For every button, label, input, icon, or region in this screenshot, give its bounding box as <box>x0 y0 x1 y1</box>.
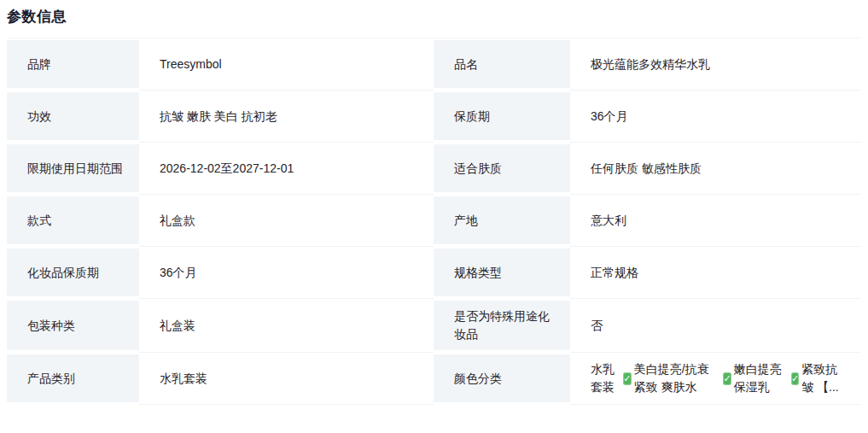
param-value: 任何肤质 敏感性肤质 <box>570 143 861 195</box>
param-value: 抗皱 嫩肤 美白 抗初老 <box>139 91 434 143</box>
param-label: 产地 <box>434 195 570 247</box>
table-row: 化妆品保质期 36个月 规格类型 正常规格 <box>7 247 861 299</box>
param-value: 水乳套装 ✓美白提亮/抗衰紧致 爽肤水 ✓嫩白提亮 保湿乳✓紧致抗皱 【... <box>570 353 861 405</box>
green-check-icon: ✓ <box>791 372 799 385</box>
param-value: 极光蕴能多效精华水乳 <box>570 38 861 91</box>
param-label: 颜色分类 <box>434 353 570 405</box>
product-parameters-section: 参数信息 品牌 Treesymbol 品名 极光蕴能多效精华水乳 功效 抗皱 嫩… <box>0 0 868 405</box>
table-row: 品牌 Treesymbol 品名 极光蕴能多效精华水乳 <box>7 38 861 91</box>
param-value-text: 美白提亮/抗衰紧致 爽肤水 <box>634 360 721 396</box>
param-table: 品牌 Treesymbol 品名 极光蕴能多效精华水乳 功效 抗皱 嫩肤 美白 … <box>7 38 861 405</box>
param-value: 礼盒装 <box>139 299 434 353</box>
param-label: 保质期 <box>434 91 570 143</box>
param-label: 功效 <box>7 91 139 143</box>
param-value: 2026-12-02至2027-12-01 <box>139 143 434 195</box>
param-value: 36个月 <box>139 247 434 299</box>
table-row: 功效 抗皱 嫩肤 美白 抗初老 保质期 36个月 <box>7 91 861 143</box>
table-row: 款式 礼盒款 产地 意大利 <box>7 195 861 247</box>
param-label: 款式 <box>7 195 139 247</box>
param-value: Treesymbol <box>139 38 434 91</box>
param-value: 36个月 <box>570 91 861 143</box>
param-label: 品牌 <box>7 38 139 91</box>
table-row: 包装种类 礼盒装 是否为特殊用途化妆品 否 <box>7 299 861 353</box>
param-value-text: 嫩白提亮 保湿乳 <box>734 360 789 396</box>
green-check-icon: ✓ <box>623 372 631 385</box>
param-label: 包装种类 <box>7 299 139 353</box>
page-title: 参数信息 <box>7 7 868 26</box>
param-label: 品名 <box>434 38 570 91</box>
green-check-icon: ✓ <box>723 372 731 385</box>
param-label: 限期使用日期范围 <box>7 143 139 195</box>
param-label: 产品类别 <box>7 353 139 405</box>
table-row: 产品类别 水乳套装 颜色分类 水乳套装 ✓美白提亮/抗衰紧致 爽肤水 ✓嫩白提亮… <box>7 353 861 405</box>
param-value-text: 紧致抗皱 【... <box>801 360 848 396</box>
param-value: 礼盒款 <box>139 195 434 247</box>
param-value: 水乳套装 <box>139 353 434 405</box>
param-label: 是否为特殊用途化妆品 <box>434 299 570 353</box>
param-label: 适合肤质 <box>434 143 570 195</box>
param-label: 规格类型 <box>434 247 570 299</box>
param-value-text: 水乳套装 <box>591 360 620 396</box>
param-value: 否 <box>570 299 861 353</box>
param-value: 意大利 <box>570 195 861 247</box>
param-label: 化妆品保质期 <box>7 247 139 299</box>
table-row: 限期使用日期范围 2026-12-02至2027-12-01 适合肤质 任何肤质… <box>7 143 861 195</box>
param-value: 正常规格 <box>570 247 861 299</box>
